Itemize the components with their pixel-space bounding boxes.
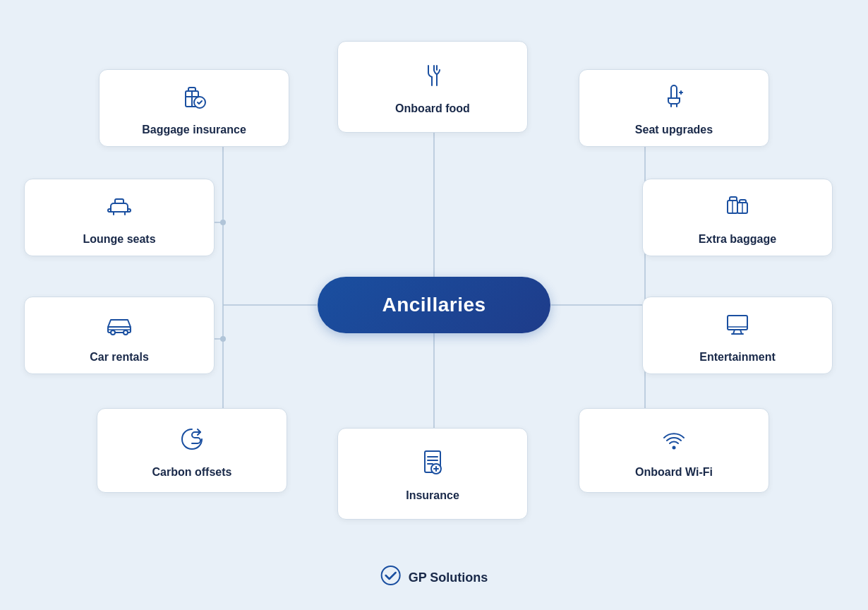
carbon-offsets-icon (176, 424, 207, 459)
seat-upgrades-label: Seat upgrades (635, 124, 713, 136)
card-baggage-insurance[interactable]: Baggage insurance (99, 69, 289, 147)
center-label: Ancillaries (382, 294, 486, 316)
svg-point-16 (220, 336, 226, 342)
entertainment-icon (722, 309, 753, 344)
seat-upgrades-icon (658, 81, 689, 116)
lounge-seats-icon (104, 191, 135, 226)
car-rentals-icon (104, 309, 135, 344)
extra-baggage-label: Extra baggage (699, 233, 776, 246)
wifi-icon (658, 424, 689, 459)
car-rentals-label: Car rentals (90, 351, 149, 364)
card-insurance[interactable]: Insurance (337, 428, 528, 520)
onboard-food-icon (417, 60, 448, 95)
svg-point-35 (123, 330, 128, 335)
card-carbon-offsets[interactable]: Carbon offsets (97, 408, 287, 493)
center-pill: Ancillaries (318, 277, 550, 333)
insurance-label: Insurance (406, 489, 459, 502)
svg-point-46 (673, 446, 676, 450)
onboard-food-label: Onboard food (395, 102, 470, 115)
card-car-rentals[interactable]: Car rentals (24, 297, 215, 374)
card-seat-upgrades[interactable]: Seat upgrades (579, 69, 769, 147)
card-entertainment[interactable]: Entertainment (642, 297, 833, 374)
wifi-label: Onboard Wi-Fi (635, 466, 713, 479)
card-onboard-food[interactable]: Onboard food (337, 41, 528, 133)
diagram: Ancillaries Onboard food (0, 0, 868, 610)
card-extra-baggage[interactable]: Extra baggage (642, 179, 833, 256)
logo-text: GP Solutions (409, 570, 488, 585)
insurance-icon (417, 447, 448, 482)
carbon-offsets-label: Carbon offsets (152, 466, 232, 479)
baggage-insurance-icon (179, 81, 210, 116)
svg-point-34 (111, 330, 115, 335)
svg-point-47 (382, 566, 400, 585)
card-lounge-seats[interactable]: Lounge seats (24, 179, 215, 256)
extra-baggage-icon (722, 191, 753, 226)
svg-point-15 (220, 220, 226, 225)
card-wifi[interactable]: Onboard Wi-Fi (579, 408, 769, 493)
gp-logo-icon (380, 565, 402, 590)
svg-rect-41 (728, 316, 747, 330)
logo-area: GP Solutions (380, 565, 488, 590)
entertainment-label: Entertainment (699, 351, 776, 364)
baggage-insurance-label: Baggage insurance (142, 124, 246, 136)
lounge-seats-label: Lounge seats (83, 233, 155, 246)
